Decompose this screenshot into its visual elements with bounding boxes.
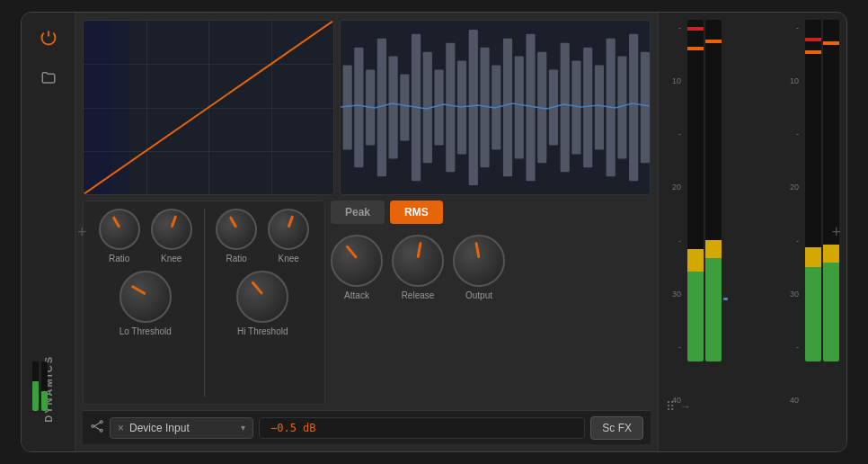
waveform-area xyxy=(340,20,651,195)
lo-threshold-group: Lo Threshold xyxy=(120,271,172,336)
hi-knee-knob[interactable] xyxy=(268,209,309,250)
meter-label-mid3: - xyxy=(668,343,684,352)
svg-rect-6 xyxy=(400,74,409,140)
left-sidebar: DYNAMICS xyxy=(22,13,75,451)
arrow-right-icon[interactable]: → xyxy=(680,400,691,413)
meter-peak-orange-3 xyxy=(805,50,821,54)
svg-rect-5 xyxy=(389,57,398,159)
meter-labels: - 10 - 20 - 30 - 40 xyxy=(666,20,686,408)
meter-label-30: 30 xyxy=(668,290,684,299)
meter-peak-3 xyxy=(805,38,821,41)
peak-rms-row: Peak RMS xyxy=(331,201,651,224)
hi-ratio-group: Ratio xyxy=(216,209,257,263)
add-left-button[interactable]: + xyxy=(77,223,87,242)
power-button[interactable] xyxy=(34,23,63,52)
meter-bar-3 xyxy=(805,20,821,361)
rms-button[interactable]: RMS xyxy=(390,201,443,224)
svg-rect-10 xyxy=(446,43,455,173)
bottom-left-icons: ⠿ → xyxy=(666,399,691,414)
plugin-container: DYNAMICS + xyxy=(21,12,847,452)
db-value: −0.5 dB xyxy=(270,422,316,434)
svg-rect-1 xyxy=(343,65,352,149)
lo-knee-group: Knee xyxy=(151,209,192,263)
mini-meters-left xyxy=(32,361,48,411)
peak-button[interactable]: Peak xyxy=(331,201,385,224)
gain-reduction-indicator xyxy=(723,20,728,408)
remove-device-icon[interactable]: × xyxy=(118,422,124,434)
gain-reduction-bar xyxy=(723,298,728,300)
lo-ratio-group: Ratio xyxy=(99,209,140,263)
output-group: Output xyxy=(453,235,505,300)
svg-rect-2 xyxy=(354,48,363,168)
svg-point-28 xyxy=(92,424,94,427)
meter-peak-2 xyxy=(705,40,722,43)
hi-ratio-label: Ratio xyxy=(226,254,247,263)
meter-yellow-1 xyxy=(687,249,704,272)
lo-ratio-label: Ratio xyxy=(109,254,129,263)
device-input-label: Device Input xyxy=(129,422,235,434)
svg-line-31 xyxy=(94,423,101,426)
attack-release-output: Attack Release Output xyxy=(331,235,651,300)
release-group: Release xyxy=(392,235,444,300)
meter-green-4 xyxy=(823,263,839,361)
release-label: Release xyxy=(402,290,435,300)
svg-line-32 xyxy=(94,426,101,430)
hi-ratio-knob[interactable] xyxy=(216,209,257,250)
meter-green-1 xyxy=(687,272,704,361)
meter-yellow-2 xyxy=(705,240,722,258)
meter-label-10: 10 xyxy=(668,76,684,85)
meter-group-1 xyxy=(687,20,722,408)
graph-area xyxy=(83,20,334,195)
attack-label: Attack xyxy=(344,290,369,300)
svg-rect-23 xyxy=(595,65,604,149)
meter-label-r-20: 20 xyxy=(784,183,802,192)
release-knob[interactable] xyxy=(392,235,444,287)
lo-knee-label: Knee xyxy=(161,254,182,263)
hi-threshold-knob[interactable] xyxy=(236,271,288,323)
meter-peak-orange-1 xyxy=(687,47,704,50)
meter-yellow-3 xyxy=(805,247,821,267)
meter-bar-4 xyxy=(823,20,839,361)
device-select[interactable]: × Device Input ▾ xyxy=(110,417,253,439)
meter-label-r-mid: - xyxy=(784,129,802,138)
output-knob[interactable] xyxy=(453,235,505,287)
meter-label-r-mid2: - xyxy=(784,236,802,245)
lo-knee-knob[interactable] xyxy=(151,209,192,250)
svg-line-0 xyxy=(84,21,333,194)
folder-button[interactable] xyxy=(34,63,63,92)
meters-wrapper: - 10 - 20 - 30 - 40 xyxy=(666,20,839,444)
controls-section: Ratio Knee Lo Threshold xyxy=(83,201,651,405)
meter-green-3 xyxy=(805,267,821,361)
lo-threshold-knob[interactable] xyxy=(120,271,172,323)
attack-group: Attack xyxy=(331,235,383,300)
top-section xyxy=(83,20,651,195)
meter-yellow-4 xyxy=(823,245,839,263)
svg-rect-26 xyxy=(629,34,638,181)
meter-green-2 xyxy=(705,258,722,361)
lo-ratio-knob[interactable] xyxy=(99,209,140,250)
route-icon[interactable] xyxy=(90,419,104,437)
db-display: −0.5 dB xyxy=(259,417,585,439)
svg-rect-20 xyxy=(561,43,570,173)
output-label: Output xyxy=(465,290,492,300)
attack-knob[interactable] xyxy=(331,235,383,287)
threshold-box: Ratio Knee Lo Threshold xyxy=(83,201,325,405)
meter-section: - 10 - 20 - 30 - 40 xyxy=(658,13,846,451)
meter-label-mid2: - xyxy=(668,236,684,245)
meter-bar-2 xyxy=(705,20,722,361)
lo-threshold-label: Lo Threshold xyxy=(120,326,172,336)
svg-rect-27 xyxy=(641,52,650,164)
meter-label-r-top: - xyxy=(784,23,802,32)
meter-label-mid: - xyxy=(668,129,684,138)
svg-rect-9 xyxy=(434,69,443,145)
svg-rect-22 xyxy=(583,48,592,168)
meter-bar-1 xyxy=(687,20,704,361)
add-right-button[interactable]: + xyxy=(831,223,841,242)
sc-fx-button[interactable]: Sc FX xyxy=(590,416,643,440)
dots-icon[interactable]: ⠿ xyxy=(666,399,675,414)
meter-peak-1 xyxy=(687,27,704,31)
svg-rect-15 xyxy=(503,39,512,176)
svg-rect-12 xyxy=(469,30,478,185)
meter-labels-right: - 10 - 20 - 30 - 40 xyxy=(782,20,803,408)
dropdown-arrow-icon[interactable]: ▾ xyxy=(241,423,245,433)
